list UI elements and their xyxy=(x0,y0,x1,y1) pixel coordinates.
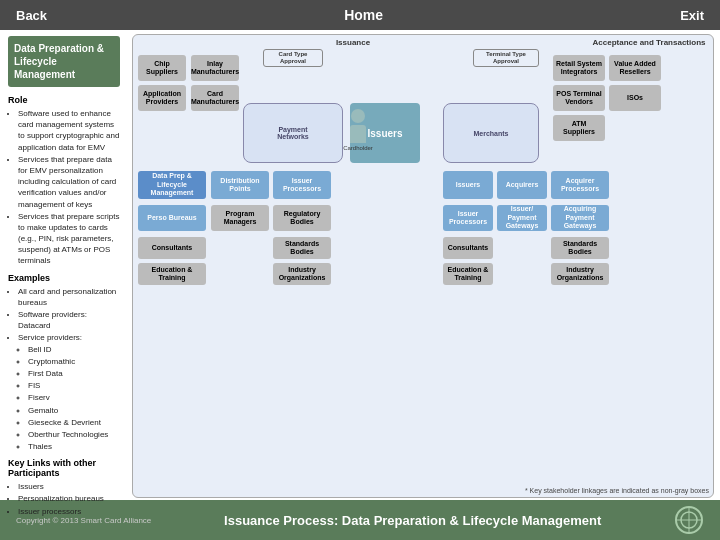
issuers-mid-box: Issuers xyxy=(443,171,493,199)
industry-orgs-right-box: Industry Organizations xyxy=(551,263,609,285)
top-bar: Back Home Exit xyxy=(0,0,720,30)
merchants-cloud: Merchants xyxy=(443,103,539,163)
key-links-title: Key Links with other Participants xyxy=(8,458,120,478)
value-added-resellers-box: Value Added Resellers xyxy=(609,55,661,81)
smart-card-alliance-logo xyxy=(674,505,704,535)
home-button[interactable]: Home xyxy=(344,7,383,23)
copyright: Copyright © 2013 Smart Card Alliance xyxy=(16,516,151,525)
card-manufacturers-box: Card Manufacturers xyxy=(191,85,239,111)
card-type-approval-box: Card Type Approval xyxy=(263,49,323,67)
issuer-payment-gateways-box: Issuer/ Payment Gateways xyxy=(497,205,547,231)
main-content: Data Preparation & Lifecycle Management … xyxy=(0,30,720,500)
education-training-left-box: Education & Training xyxy=(138,263,206,285)
retail-system-integrators-box: Retail System Integrators xyxy=(553,55,605,81)
isos-box: ISOs xyxy=(609,85,661,111)
industry-orgs-left-box: Industry Organizations xyxy=(273,263,331,285)
merchants-label: Merchants xyxy=(473,130,508,137)
cardholder-head xyxy=(351,109,365,123)
distribution-points-box: Distribution Points xyxy=(211,171,269,199)
consultants-left-box: Consultants xyxy=(138,237,206,259)
standards-bodies-right-box: Standards Bodies xyxy=(551,237,609,259)
standards-bodies-left-box: Standards Bodies xyxy=(273,237,331,259)
key-links-content: Issuers Personalization bureaus Issuer p… xyxy=(8,481,120,517)
role-title: Role xyxy=(8,95,120,105)
pos-terminal-vendors-box: POS Terminal Vendors xyxy=(553,85,605,111)
inlay-manufacturers-box: Inlay Manufacturers xyxy=(191,55,239,81)
issuer-processors-top-box: Issuer Processors xyxy=(273,171,331,199)
issuance-title: Issuance xyxy=(323,38,383,47)
payment-networks-cloud: Payment Networks xyxy=(243,103,343,163)
role-content: Software used to enhance card management… xyxy=(8,108,120,267)
diagram-area: Acceptance and Transactions Issuance Chi… xyxy=(128,30,720,500)
regulatory-bodies-top-box: Regulatory Bodies xyxy=(273,205,331,231)
cardholder-body xyxy=(350,125,366,143)
data-prep-box: Data Prep & Lifecycle Management xyxy=(138,171,206,199)
sidebar-title: Data Preparation & Lifecycle Management xyxy=(8,36,120,87)
application-providers-box: Application Providers xyxy=(138,85,186,111)
cardholder-label: Cardholder xyxy=(343,145,373,151)
diagram-container: Acceptance and Transactions Issuance Chi… xyxy=(132,34,714,498)
acquirers-box: Acquirers xyxy=(497,171,547,199)
payment-networks-label: Payment Networks xyxy=(269,126,318,140)
atm-suppliers-box: ATM Suppliers xyxy=(553,115,605,141)
acquirer-processors-box: Acquirer Processors xyxy=(551,171,609,199)
issuer-processors-mid-box: Issuer Processors xyxy=(443,205,493,231)
footer-title: Issuance Process: Data Preparation & Lif… xyxy=(151,513,674,528)
exit-button[interactable]: Exit xyxy=(680,8,704,23)
acceptance-title: Acceptance and Transactions xyxy=(589,38,709,47)
education-training-right-box: Education & Training xyxy=(443,263,493,285)
terminal-type-approval-box: Terminal Type Approval xyxy=(473,49,539,67)
chip-suppliers-box: Chip Suppliers xyxy=(138,55,186,81)
perso-bureaus-box: Perso Bureaus xyxy=(138,205,206,231)
cardholder-area: Cardholder xyxy=(343,109,373,163)
acquiring-payment-gateways-box: Acquiring Payment Gateways xyxy=(551,205,609,231)
back-button[interactable]: Back xyxy=(16,8,47,23)
sidebar: Data Preparation & Lifecycle Management … xyxy=(0,30,128,500)
program-managers-box: Program Managers xyxy=(211,205,269,231)
examples-content: All card and personalization bureaus Sof… xyxy=(8,286,120,453)
footnote: * Key stakeholder linkages are indicated… xyxy=(525,487,709,494)
consultants-right-box: Consultants xyxy=(443,237,493,259)
examples-title: Examples xyxy=(8,273,120,283)
